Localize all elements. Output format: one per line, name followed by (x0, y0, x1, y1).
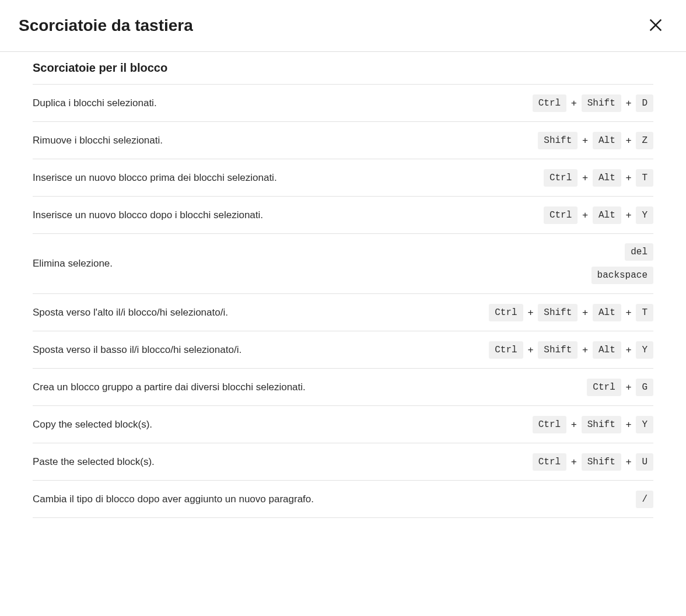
shortcut-row: Crea un blocco gruppo a partire dai dive… (33, 369, 653, 406)
key-combo: Shift+Alt+Z (538, 132, 653, 149)
key-separator: + (626, 135, 632, 146)
shortcut-row: Rimuove i blocchi selezionati.Shift+Alt+… (33, 122, 653, 159)
keyboard-key: T (636, 304, 653, 321)
key-combo: backspace (592, 267, 653, 284)
shortcut-description: Inserisce un nuovo blocco dopo i blocchi… (33, 209, 544, 221)
key-combo: Ctrl+Alt+T (544, 169, 653, 187)
keyboard-key: Y (636, 206, 653, 224)
key-separator: + (582, 307, 588, 318)
shortcut-description: Paste the selected block(s). (33, 456, 533, 468)
key-separator: + (571, 97, 577, 108)
keyboard-key: U (636, 453, 653, 471)
shortcut-keys: Ctrl+Alt+T (544, 169, 653, 187)
key-separator: + (571, 456, 577, 467)
key-combo: Ctrl+Shift+Alt+T (489, 304, 653, 321)
key-separator: + (582, 209, 588, 220)
modal-body: Scorciatoie per il blocco Duplica i bloc… (0, 52, 686, 518)
key-combo: Ctrl+Shift+D (533, 94, 653, 112)
keyboard-key: T (636, 169, 653, 187)
keyboard-key: Ctrl (544, 206, 578, 224)
modal-title: Scorciatoie da tastiera (19, 16, 193, 35)
shortcut-row: Inserisce un nuovo blocco prima dei bloc… (33, 159, 653, 197)
shortcut-description: Elimina selezione. (33, 258, 592, 270)
shortcut-row: Inserisce un nuovo blocco dopo i blocchi… (33, 197, 653, 234)
key-separator: + (626, 97, 632, 108)
shortcut-keys: Ctrl+G (587, 379, 653, 396)
shortcut-keys: delbackspace (592, 243, 653, 284)
keyboard-key: Ctrl (533, 94, 566, 112)
keyboard-key: Ctrl (587, 379, 621, 396)
shortcut-description: Cambia il tipo di blocco dopo aver aggiu… (33, 494, 636, 505)
close-icon (648, 17, 664, 35)
keyboard-key: del (625, 243, 653, 261)
shortcut-keys: Ctrl+Alt+Y (544, 206, 653, 224)
keyboard-key: Ctrl (489, 341, 523, 359)
shortcut-description: Copy the selected block(s). (33, 419, 533, 430)
key-combo: Ctrl+Alt+Y (544, 206, 653, 224)
shortcut-row: Cambia il tipo di blocco dopo aver aggiu… (33, 481, 653, 518)
keyboard-key: / (636, 491, 653, 508)
keyboard-key: Shift (582, 94, 621, 112)
key-combo: Ctrl+Shift+U (533, 453, 653, 471)
close-button[interactable] (644, 14, 667, 37)
keyboard-key: Alt (593, 169, 621, 187)
shortcut-description: Sposta verso l'alto il/i blocco/hi selez… (33, 307, 489, 318)
shortcut-keys: Ctrl+Shift+D (533, 94, 653, 112)
keyboard-shortcuts-modal: Scorciatoie da tastiera Scorciatoie per … (0, 0, 686, 616)
keyboard-key: Shift (538, 341, 578, 359)
shortcut-description: Duplica i blocchi selezionati. (33, 97, 533, 109)
keyboard-key: Alt (593, 304, 621, 321)
keyboard-key: Shift (538, 304, 578, 321)
key-separator: + (626, 307, 632, 318)
keyboard-key: Ctrl (544, 169, 578, 187)
key-separator: + (582, 344, 588, 355)
shortcut-row: Copy the selected block(s).Ctrl+Shift+Y (33, 406, 653, 443)
key-separator: + (528, 307, 534, 318)
keyboard-key: Y (636, 416, 653, 433)
shortcut-description: Sposta verso il basso il/i blocco/hi sel… (33, 344, 489, 356)
key-separator: + (582, 172, 588, 183)
key-combo: Ctrl+G (587, 379, 653, 396)
keyboard-key: Z (636, 132, 653, 149)
keyboard-key: Shift (582, 416, 621, 433)
keyboard-key: Alt (593, 132, 621, 149)
keyboard-key: Y (636, 341, 653, 359)
key-separator: + (528, 344, 534, 355)
key-combo: / (636, 491, 653, 508)
keyboard-key: Ctrl (533, 416, 566, 433)
shortcut-keys: / (636, 491, 653, 508)
shortcut-description: Crea un blocco gruppo a partire dai dive… (33, 382, 587, 393)
keyboard-key: backspace (592, 267, 653, 284)
key-combo: Ctrl+Shift+Alt+Y (489, 341, 653, 359)
keyboard-key: Alt (593, 206, 621, 224)
key-separator: + (626, 419, 632, 430)
key-separator: + (571, 419, 577, 430)
shortcut-row: Elimina selezione.delbackspace (33, 234, 653, 294)
shortcut-row: Duplica i blocchi selezionati.Ctrl+Shift… (33, 85, 653, 122)
keyboard-key: Ctrl (489, 304, 523, 321)
key-separator: + (626, 172, 632, 183)
key-separator: + (626, 382, 632, 393)
keyboard-key: G (636, 379, 653, 396)
shortcut-keys: Ctrl+Shift+Alt+Y (489, 341, 653, 359)
key-separator: + (626, 456, 632, 467)
keyboard-key: Alt (593, 341, 621, 359)
key-combo: del (625, 243, 653, 261)
shortcut-row: Sposta verso il basso il/i blocco/hi sel… (33, 331, 653, 369)
shortcut-keys: Ctrl+Shift+Y (533, 416, 653, 433)
keyboard-key: D (636, 94, 653, 112)
shortcut-keys: Ctrl+Shift+U (533, 453, 653, 471)
shortcut-description: Inserisce un nuovo blocco prima dei bloc… (33, 172, 544, 184)
section-title: Scorciatoie per il blocco (33, 52, 653, 85)
key-separator: + (582, 135, 588, 146)
shortcut-list: Duplica i blocchi selezionati.Ctrl+Shift… (33, 85, 653, 518)
key-separator: + (626, 344, 632, 355)
shortcut-row: Paste the selected block(s).Ctrl+Shift+U (33, 443, 653, 481)
shortcut-keys: Shift+Alt+Z (538, 132, 653, 149)
key-combo: Ctrl+Shift+Y (533, 416, 653, 433)
key-separator: + (626, 209, 632, 220)
shortcut-description: Rimuove i blocchi selezionati. (33, 135, 538, 146)
keyboard-key: Shift (582, 453, 621, 471)
keyboard-key: Ctrl (533, 453, 566, 471)
keyboard-key: Shift (538, 132, 578, 149)
